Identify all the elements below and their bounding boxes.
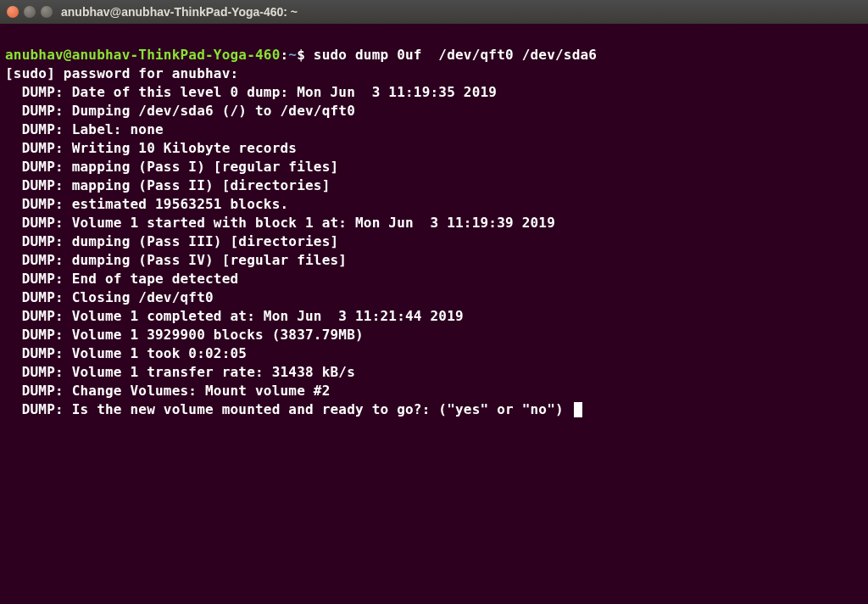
prompt-userhost: anubhav@anubhav-ThinkPad-Yoga-460	[5, 47, 280, 63]
output-line: DUMP: dumping (Pass IV) [regular files]	[5, 252, 347, 268]
output-line: DUMP: Change Volumes: Mount volume #2	[5, 383, 330, 399]
minimize-icon[interactable]	[24, 6, 36, 18]
output-line: DUMP: estimated 19563251 blocks.	[5, 196, 288, 212]
output-line: DUMP: Volume 1 transfer rate: 31438 kB/s	[5, 364, 355, 380]
window-buttons	[7, 6, 53, 18]
output-line: DUMP: Label: none	[5, 121, 164, 137]
output-line: DUMP: mapping (Pass II) [directories]	[5, 177, 330, 193]
maximize-icon[interactable]	[41, 6, 53, 18]
titlebar[interactable]: anubhav@anubhav-ThinkPad-Yoga-460: ~	[0, 0, 868, 24]
close-icon[interactable]	[7, 6, 19, 18]
output-line: DUMP: mapping (Pass I) [regular files]	[5, 159, 338, 175]
output-line: DUMP: dumping (Pass III) [directories]	[5, 233, 338, 249]
output-line: DUMP: Dumping /dev/sda6 (/) to /dev/qft0	[5, 103, 355, 119]
output-line: DUMP: End of tape detected	[5, 271, 238, 287]
prompt-path: ~	[288, 47, 297, 63]
prompt-end: $	[297, 47, 314, 63]
prompt-sep: :	[280, 47, 288, 63]
window-title: anubhav@anubhav-ThinkPad-Yoga-460: ~	[61, 5, 298, 19]
output-line: DUMP: Date of this level 0 dump: Mon Jun…	[5, 84, 497, 100]
output-line: DUMP: Closing /dev/qft0	[5, 289, 214, 305]
output-line: DUMP: Volume 1 started with block 1 at: …	[5, 215, 555, 231]
output-line: DUMP: Is the new volume mounted and read…	[5, 401, 572, 417]
output-line: DUMP: Volume 1 completed at: Mon Jun 3 1…	[5, 308, 464, 324]
output-line: [sudo] password for anubhav:	[5, 65, 238, 81]
output-line: DUMP: Writing 10 Kilobyte records	[5, 140, 297, 156]
output-line: DUMP: Volume 1 took 0:02:05	[5, 345, 247, 361]
output-line: DUMP: Volume 1 3929900 blocks (3837.79MB…	[5, 327, 364, 343]
terminal-area[interactable]: anubhav@anubhav-ThinkPad-Yoga-460:~$ sud…	[0, 24, 868, 424]
command-text: sudo dump 0uf /dev/qft0 /dev/sda6	[314, 47, 597, 63]
cursor-icon	[574, 402, 582, 417]
